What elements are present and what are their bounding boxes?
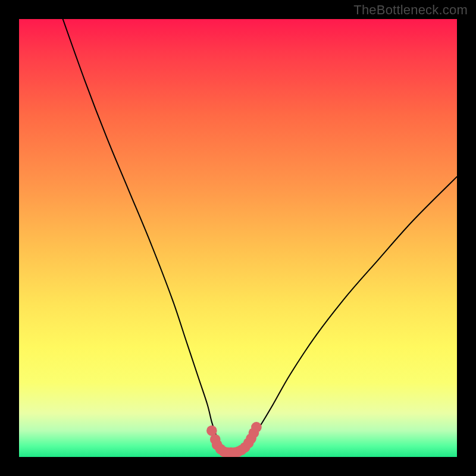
curve-group xyxy=(63,19,457,457)
chart-frame: TheBottleneck.com xyxy=(0,0,476,476)
curve-markers xyxy=(206,422,262,457)
bottleneck-curve xyxy=(63,19,457,453)
watermark-label: TheBottleneck.com xyxy=(353,2,468,18)
curve-svg xyxy=(19,19,457,457)
curve-marker-dot xyxy=(251,422,262,433)
plot-area xyxy=(19,19,457,457)
